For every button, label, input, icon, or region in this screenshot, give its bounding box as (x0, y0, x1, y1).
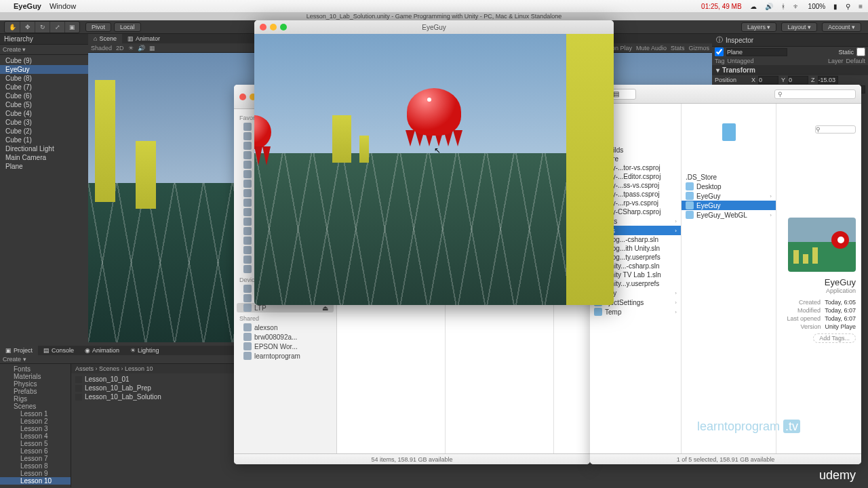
finder-item[interactable]: Temp› (590, 307, 681, 317)
animation-tab[interactable]: ◉ Animation (79, 346, 125, 355)
local-toggle[interactable]: Local (114, 22, 141, 32)
layer-dropdown[interactable]: Default (846, 58, 865, 64)
spotlight-icon[interactable]: ⚲ (846, 3, 850, 10)
game-titlebar[interactable]: EyeGuy (254, 20, 614, 34)
zoom-icon[interactable] (280, 24, 287, 30)
hierarchy-create-button[interactable]: Create (3, 46, 21, 53)
tree-folder[interactable]: Materials (0, 373, 71, 380)
hierarchy-item[interactable]: Cube (1) (0, 136, 88, 144)
hierarchy-tab[interactable]: Hierarchy (0, 34, 88, 45)
tree-folder[interactable]: Fonts (0, 365, 71, 373)
position-label: Position (715, 77, 749, 83)
tree-folder[interactable]: Lesson 4 (0, 432, 71, 440)
tree-folder[interactable]: Lesson 10 (0, 477, 71, 485)
project-create-button[interactable]: Create (3, 356, 21, 363)
tree-folder[interactable]: Lesson 3 (0, 425, 71, 432)
menu-icon[interactable]: ≡ (859, 3, 863, 10)
tree-folder[interactable]: Lesson 6 (0, 447, 71, 455)
layers-dropdown[interactable]: Layers ▾ (741, 22, 777, 32)
inspector-tab[interactable]: ⓘ Inspector (712, 34, 868, 47)
tree-folder[interactable]: Lesson 5 (0, 440, 71, 447)
stats-toggle[interactable]: Stats (671, 45, 685, 52)
tree-folder[interactable]: Rigs (0, 395, 71, 403)
static-checkbox[interactable] (856, 47, 865, 56)
preview-thumbnail (788, 218, 856, 272)
hierarchy-item[interactable]: Cube (4) (0, 109, 88, 118)
sidebar-shared[interactable]: learntoprogram (234, 351, 336, 361)
move-tool-icon[interactable]: ✥ (20, 22, 35, 33)
2d-toggle[interactable]: 2D (116, 45, 124, 52)
animator-tab[interactable]: ▥ Animator (122, 34, 165, 43)
hierarchy-item[interactable]: Main Camera (0, 153, 88, 162)
tree-folder[interactable]: Lesson 9 (0, 470, 71, 477)
tree-folder[interactable]: Lesson 1 (0, 410, 71, 418)
sidebar-shared[interactable]: EPSON Wor... (234, 342, 336, 351)
position-z-field[interactable] (818, 76, 838, 84)
hierarchy-item[interactable]: Cube (3) (0, 118, 88, 127)
tree-folder[interactable]: Lesson 2 (0, 418, 71, 425)
pivot-toggle[interactable]: Pivot (85, 22, 111, 32)
bluetooth-icon[interactable]: ᚼ (781, 3, 785, 10)
console-tab[interactable]: ▤ Console (38, 346, 79, 355)
scale-tool-icon[interactable]: ⤢ (50, 22, 64, 33)
folder-large-icon[interactable] (722, 123, 736, 141)
search-field[interactable] (815, 125, 856, 134)
unity-window-title: Lesson_10_Lab_Solution.unity - Game Prog… (0, 12, 868, 20)
fx-icon[interactable]: ▦ (149, 45, 155, 52)
finder-item[interactable]: .DS_Store (682, 173, 776, 182)
position-x-field[interactable] (758, 76, 778, 84)
tag-dropdown[interactable]: Untagged (728, 58, 754, 64)
app-menu[interactable]: EyeGuy (14, 2, 41, 10)
hand-tool-icon[interactable]: ✋ (5, 22, 20, 33)
tree-folder[interactable]: Lesson 8 (0, 462, 71, 470)
add-tags-button[interactable]: Add Tags... (813, 333, 856, 343)
light-icon[interactable]: ☀ (128, 45, 134, 52)
cloud-icon[interactable]: ☁ (750, 3, 757, 10)
rotate-tool-icon[interactable]: ↻ (35, 22, 50, 33)
wifi-icon[interactable]: ᯤ (793, 3, 800, 10)
finder-item[interactable]: EyeGuy› (682, 191, 776, 201)
account-dropdown[interactable]: Account ▾ (822, 22, 861, 32)
gizmos-dropdown[interactable]: Gizmos (688, 45, 709, 52)
hierarchy-item[interactable]: Plane (0, 162, 88, 171)
hierarchy-item[interactable]: Directional Light (0, 144, 88, 153)
transform-component-header[interactable]: ▾ Transform (712, 65, 868, 75)
position-y-field[interactable] (788, 76, 808, 84)
close-icon[interactable] (239, 94, 246, 100)
finder-search-field[interactable] (774, 89, 856, 99)
hierarchy-item[interactable]: Cube (2) (0, 127, 88, 136)
hierarchy-item[interactable]: Cube (7) (0, 83, 88, 92)
close-icon[interactable] (260, 24, 267, 30)
tree-folder[interactable]: Physics (0, 380, 71, 388)
gameobject-name-field[interactable] (726, 48, 787, 56)
audio-icon[interactable]: 🔊 (138, 45, 145, 52)
scene-tab[interactable]: ⌂ Scene (88, 34, 122, 43)
shaded-dropdown[interactable]: Shaded (91, 45, 112, 52)
volume-icon[interactable]: 🔊 (765, 3, 773, 10)
computer-icon (243, 333, 252, 341)
finder-item[interactable]: EyeGuy_WebGL› (682, 210, 776, 220)
lighting-tab[interactable]: ☀ Lighting (125, 346, 165, 355)
mute-audio-toggle[interactable]: Mute Audio (636, 45, 667, 52)
tree-folder[interactable]: Scenes (0, 403, 71, 410)
finder-item[interactable]: Desktop (682, 182, 776, 191)
tree-folder[interactable]: Lesson 7 (0, 455, 71, 462)
hierarchy-item[interactable]: Cube (6) (0, 92, 88, 100)
hierarchy-item[interactable]: Cube (9) (0, 56, 88, 65)
window-menu[interactable]: Window (50, 2, 76, 10)
rect-tool-icon[interactable]: ▣ (64, 22, 79, 33)
game-viewport[interactable]: ↖ (254, 34, 614, 305)
hierarchy-item[interactable]: Cube (5) (0, 100, 88, 109)
finder-item[interactable]: EyeGuy (682, 201, 776, 210)
layout-dropdown[interactable]: Layout ▾ (781, 22, 817, 32)
gameobject-active-checkbox[interactable] (715, 47, 724, 56)
sidebar-shared[interactable]: brw008092a... (234, 332, 336, 342)
hierarchy-item[interactable]: EyeGuy (0, 65, 88, 74)
hierarchy-item[interactable]: Cube (8) (0, 74, 88, 83)
tree-folder[interactable]: Prefabs (0, 388, 71, 395)
sidebar-shared[interactable]: alexson (234, 323, 336, 332)
preview-name: EyeGuy (782, 277, 856, 287)
minimize-icon[interactable] (270, 24, 277, 30)
folder-icon (243, 189, 252, 197)
project-tab[interactable]: ▣ Project (0, 346, 38, 355)
